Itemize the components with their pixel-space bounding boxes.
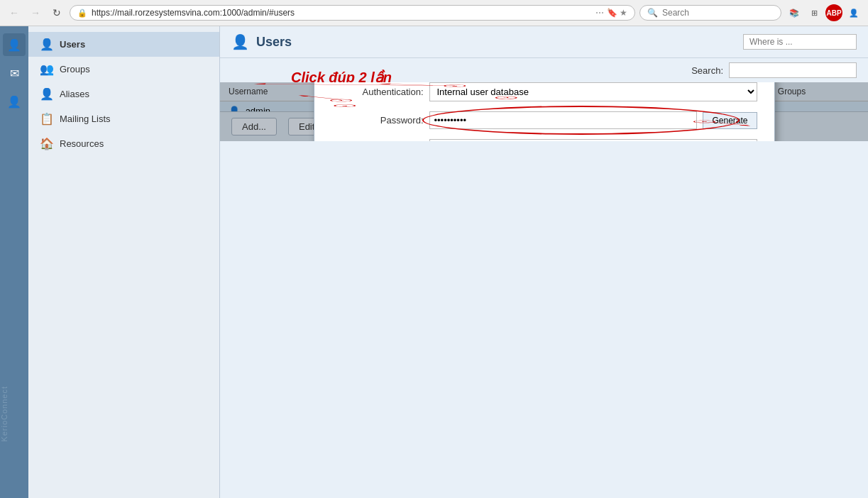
- abp-icon: ABP: [825, 4, 842, 21]
- kerio-label: KerioConnect: [0, 386, 28, 442]
- sidebar-mailing-lists-label: Mailing Lists: [60, 114, 111, 124]
- groups-nav-icon: 👥: [40, 62, 54, 76]
- sidebar-item-mailing-lists[interactable]: 📋 Mailing Lists: [28, 106, 219, 131]
- modal-overlay: Edit User ? ✕ General Email Addresses Co…: [220, 82, 868, 141]
- password-label: Password:: [331, 115, 424, 126]
- search-input[interactable]: [729, 62, 857, 78]
- url-bar[interactable]: 🔒 https://mail.rorzesystemsvina.com:1000…: [70, 5, 635, 21]
- page-header-right: [743, 34, 857, 50]
- search-label: Search:: [691, 65, 723, 76]
- reload-button[interactable]: ↻: [48, 4, 65, 21]
- browser-chrome: ← → ↻ 🔒 https://mail.rorzesystemsvina.co…: [0, 0, 868, 26]
- aliases-nav-icon: 👤: [40, 87, 54, 101]
- library-icon: 📚: [786, 4, 803, 21]
- modal-body: Username: Full name: Description:: [314, 82, 774, 141]
- icon-strip: 👤 ✉ 👤 KerioConnect: [0, 26, 28, 498]
- url-icons: ⋯ 🔖 ★: [595, 8, 627, 18]
- page-header: 👤 Users: [220, 26, 868, 58]
- edit-user-modal: Edit User ? ✕ General Email Addresses Co…: [314, 82, 775, 141]
- page-title-icon: 👤: [231, 33, 249, 50]
- main-content: 👤 Users Click đúp 2 lần Search: Username…: [220, 26, 868, 498]
- browser-search-input[interactable]: [662, 8, 774, 18]
- tab-manager-icon: ⊞: [806, 4, 823, 21]
- app-layout: 👤 ✉ 👤 KerioConnect 👤 Users 👥 Groups 👤 Al…: [0, 26, 868, 498]
- lock-icon: 🔒: [77, 9, 87, 18]
- resources-nav-icon: 🏠: [40, 137, 54, 150]
- mailing-lists-nav-icon: 📋: [40, 112, 54, 126]
- forward-button[interactable]: →: [27, 4, 44, 21]
- strip-email-icon[interactable]: ✉: [3, 62, 26, 84]
- table-area: Username Full Name Description Groups 👤 …: [220, 82, 868, 141]
- sidebar-aliases-label: Aliases: [60, 89, 89, 99]
- authentication-row: Authentication: Internal user database L…: [331, 82, 757, 101]
- where-is-input[interactable]: [743, 34, 857, 50]
- strip-contact-icon[interactable]: 👤: [3, 90, 26, 113]
- back-button[interactable]: ←: [6, 4, 23, 21]
- sidebar-users-label: Users: [60, 39, 85, 50]
- search-icon: 🔍: [647, 8, 658, 18]
- search-bar: Search:: [220, 58, 868, 82]
- auth-select[interactable]: Internal user database LDAP Windows Acti…: [429, 82, 757, 101]
- password-row: Password: Generate: [331, 111, 757, 129]
- password-input[interactable]: [429, 111, 698, 129]
- sidebar-groups-label: Groups: [60, 64, 90, 74]
- sidebar-item-groups[interactable]: 👥 Groups: [28, 57, 219, 82]
- url-text: https://mail.rorzesystemsvina.com:1000/a…: [92, 8, 591, 18]
- generate-button[interactable]: Generate: [703, 112, 757, 129]
- confirm-password-row: Confirm password:: [331, 139, 757, 141]
- sidebar-item-users[interactable]: 👤 Users: [28, 32, 219, 57]
- auth-label: Authentication:: [331, 87, 424, 97]
- password-input-container: [429, 111, 698, 129]
- sidebar-resources-label: Resources: [60, 138, 104, 149]
- strip-users-icon[interactable]: 👤: [3, 33, 26, 56]
- confirm-password-input[interactable]: [429, 139, 757, 141]
- sidebar-item-resources[interactable]: 🏠 Resources: [28, 131, 219, 156]
- nav-sidebar: 👤 Users 👥 Groups 👤 Aliases 📋 Mailing Lis…: [28, 26, 220, 498]
- users-nav-icon: 👤: [40, 38, 54, 51]
- browser-toolbar: ← → ↻ 🔒 https://mail.rorzesystemsvina.co…: [0, 0, 868, 26]
- profile-icon[interactable]: 👤: [845, 4, 862, 21]
- sidebar-item-aliases[interactable]: 👤 Aliases: [28, 82, 219, 106]
- browser-extensions: 📚 ⊞ ABP 👤: [786, 4, 862, 21]
- browser-search-box[interactable]: 🔍: [639, 5, 781, 21]
- page-title: Users: [256, 35, 292, 50]
